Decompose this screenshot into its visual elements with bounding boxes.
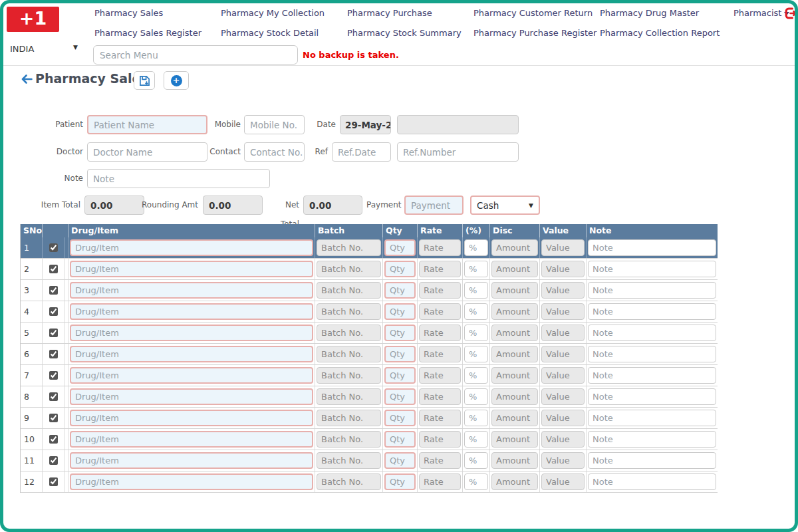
row-note-input[interactable] bbox=[588, 261, 716, 277]
discount-pct-input[interactable] bbox=[464, 410, 488, 426]
qty-input[interactable] bbox=[384, 367, 416, 384]
qty-input[interactable] bbox=[384, 473, 416, 490]
row-checkbox[interactable] bbox=[49, 414, 58, 422]
row-checkbox[interactable] bbox=[49, 265, 58, 273]
qty-input[interactable] bbox=[384, 410, 416, 426]
note-input[interactable] bbox=[87, 169, 270, 188]
discount-pct-input[interactable] bbox=[464, 346, 488, 362]
country-select[interactable]: INDIA ▼ bbox=[10, 44, 78, 54]
mobile-input[interactable] bbox=[244, 115, 305, 134]
row-checkbox[interactable] bbox=[49, 371, 58, 380]
contact-input[interactable] bbox=[244, 142, 305, 162]
patient-name-input[interactable] bbox=[87, 115, 207, 134]
nav-item[interactable]: Pharmacy Purchase bbox=[347, 8, 473, 18]
nav-item[interactable]: Pharmacy Collection Report bbox=[600, 28, 726, 38]
discount-pct-input[interactable] bbox=[464, 303, 488, 320]
value-input bbox=[541, 261, 585, 277]
doctor-name-input[interactable] bbox=[87, 142, 207, 162]
row-note-input[interactable] bbox=[588, 346, 716, 362]
nav-item[interactable]: Pharmacy My Collection bbox=[221, 8, 347, 18]
qty-input[interactable] bbox=[384, 388, 416, 405]
drug-item-input[interactable] bbox=[70, 431, 313, 448]
items-table-header: SNo Drug/Item Batch Qty Rate (%) Disc Va… bbox=[21, 224, 718, 237]
value-input bbox=[541, 367, 585, 384]
rate-input bbox=[419, 410, 461, 426]
row-note-input[interactable] bbox=[588, 431, 716, 448]
page-title: Pharmacy Sales bbox=[35, 71, 148, 86]
drug-item-input[interactable] bbox=[70, 367, 313, 384]
discount-pct-input[interactable] bbox=[464, 388, 488, 405]
discount-pct-input[interactable] bbox=[464, 261, 488, 277]
qty-input[interactable] bbox=[384, 431, 416, 448]
qty-input[interactable] bbox=[384, 303, 416, 320]
nav-item[interactable]: Pharmacy Customer Return bbox=[473, 8, 600, 18]
discount-pct-input[interactable] bbox=[464, 282, 488, 299]
drug-item-input[interactable] bbox=[70, 325, 313, 341]
nav-item[interactable]: Pharmacy Stock Detail bbox=[221, 28, 347, 38]
row-checkbox[interactable] bbox=[49, 392, 58, 401]
row-note-input[interactable] bbox=[588, 367, 716, 384]
nav-item[interactable]: Pharmacy Sales Register bbox=[94, 28, 221, 38]
qty-input[interactable] bbox=[384, 282, 416, 299]
row-checkbox[interactable] bbox=[49, 456, 58, 465]
drug-item-input[interactable] bbox=[70, 239, 313, 256]
drug-item-input[interactable] bbox=[70, 473, 313, 490]
row-checkbox[interactable] bbox=[49, 435, 58, 444]
qty-input[interactable] bbox=[384, 325, 416, 341]
payment-input[interactable] bbox=[404, 196, 464, 215]
discount-pct-input[interactable] bbox=[464, 325, 488, 341]
row-note-input[interactable] bbox=[588, 388, 716, 405]
add-row-button[interactable]: + bbox=[164, 71, 189, 90]
discount-pct-input[interactable] bbox=[464, 431, 488, 448]
row-note-input[interactable] bbox=[588, 410, 716, 426]
payment-mode-select[interactable]: Cash ▼ bbox=[470, 196, 540, 215]
qty-input[interactable] bbox=[384, 452, 416, 469]
value-input bbox=[541, 325, 585, 341]
drug-item-input[interactable] bbox=[70, 282, 313, 299]
nav-item[interactable]: Pharmacy Stock Summary bbox=[347, 28, 473, 38]
row-note-input[interactable] bbox=[588, 239, 716, 256]
nav-item[interactable]: Pharmacy Sales bbox=[94, 8, 221, 18]
nav-item[interactable]: Pharmacy Purchase Register bbox=[473, 28, 600, 38]
search-menu-input[interactable] bbox=[93, 45, 298, 65]
net-total-input bbox=[303, 196, 362, 215]
row-note-input[interactable] bbox=[588, 452, 716, 469]
row-note-input[interactable] bbox=[588, 325, 716, 341]
row-checkbox[interactable] bbox=[49, 243, 58, 252]
drug-item-input[interactable] bbox=[70, 410, 313, 426]
row-checkbox[interactable] bbox=[49, 329, 58, 337]
row-sno: 10 bbox=[21, 429, 43, 450]
row-note-input[interactable] bbox=[588, 473, 716, 490]
app-logo[interactable]: +1 bbox=[7, 7, 59, 32]
qty-input[interactable] bbox=[384, 261, 416, 277]
row-checkbox[interactable] bbox=[49, 286, 58, 295]
rate-input bbox=[419, 452, 461, 469]
ref-date-input[interactable] bbox=[332, 142, 391, 162]
row-sno: 3 bbox=[21, 280, 43, 301]
qty-input[interactable] bbox=[384, 346, 416, 362]
logout-button[interactable] bbox=[784, 7, 797, 20]
row-checkbox[interactable] bbox=[49, 307, 58, 316]
drug-item-input[interactable] bbox=[70, 388, 313, 405]
discount-pct-input[interactable] bbox=[464, 239, 488, 256]
drug-item-input[interactable] bbox=[70, 452, 313, 469]
drug-item-input[interactable] bbox=[70, 346, 313, 362]
back-button[interactable] bbox=[21, 74, 33, 86]
qty-input[interactable] bbox=[384, 239, 416, 256]
row-checkbox[interactable] bbox=[49, 477, 58, 486]
row-note-input[interactable] bbox=[588, 282, 716, 299]
discount-pct-input[interactable] bbox=[464, 473, 488, 490]
row-checkbox[interactable] bbox=[49, 350, 58, 358]
patient-label: Patient bbox=[41, 115, 83, 134]
discount-pct-input[interactable] bbox=[464, 452, 488, 469]
ref-number-input[interactable] bbox=[397, 142, 519, 162]
drug-item-input[interactable] bbox=[70, 261, 313, 277]
user-menu-pharmacist[interactable]: Pharmacist bbox=[733, 8, 789, 18]
nav-item[interactable]: Pharmacy Drug Master bbox=[600, 8, 726, 18]
drug-item-input[interactable] bbox=[70, 303, 313, 320]
rounding-amt-input bbox=[203, 196, 263, 215]
row-note-input[interactable] bbox=[588, 303, 716, 320]
discount-pct-input[interactable] bbox=[464, 367, 488, 384]
save-button[interactable] bbox=[134, 71, 155, 90]
table-row: 9 bbox=[21, 408, 718, 429]
